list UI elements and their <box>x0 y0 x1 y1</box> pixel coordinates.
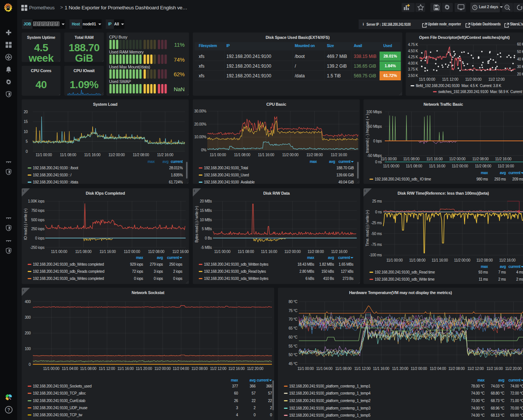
svg-text:Bytes read (-) / write (+): Bytes read (-) / write (+) <box>195 206 199 243</box>
svg-text:Time. read (-) / write (+): Time. read (-) / write (+) <box>365 210 369 246</box>
svg-text:?: ? <box>7 407 10 413</box>
svg-text:transmit ( - ) /receive ( + ): transmit ( - ) /receive ( + ) <box>365 114 369 153</box>
svg-text:IO read (-) / write (+): IO read (-) / write (+) <box>24 209 28 240</box>
